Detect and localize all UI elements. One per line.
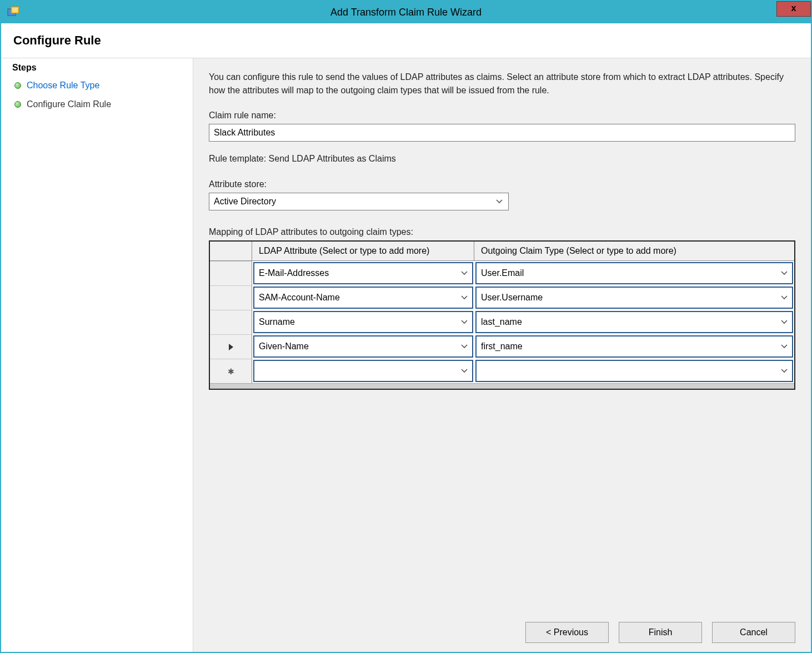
cell-value: SAM-Account-Name bbox=[259, 293, 340, 303]
attribute-store-value: Active Directory bbox=[214, 197, 276, 207]
cell-value: last_name bbox=[481, 317, 522, 327]
mapping-grid: LDAP Attribute (Select or type to add mo… bbox=[209, 240, 795, 390]
row-header[interactable] bbox=[210, 310, 252, 334]
svg-rect-2 bbox=[12, 8, 18, 12]
rule-template-label: Rule template: Send LDAP Attributes as C… bbox=[209, 154, 795, 164]
step-label: Choose Rule Type bbox=[27, 81, 99, 91]
chevron-down-icon bbox=[461, 295, 468, 300]
outgoing-claim-cell[interactable]: last_name bbox=[475, 311, 793, 333]
titlebar: Add Transform Claim Rule Wizard x bbox=[1, 1, 811, 23]
cell-value: User.Username bbox=[481, 293, 543, 303]
cell-value: E-Mail-Addresses bbox=[259, 268, 329, 278]
previous-button[interactable]: < Previous bbox=[525, 622, 609, 643]
outgoing-claim-cell[interactable] bbox=[475, 360, 793, 382]
col-header-ldap: LDAP Attribute (Select or type to add mo… bbox=[252, 242, 474, 260]
step-configure-claim-rule[interactable]: Configure Claim Rule bbox=[1, 95, 193, 114]
page-title: Configure Rule bbox=[13, 33, 799, 48]
new-row-icon: ✱ bbox=[228, 367, 234, 376]
description-text: You can configure this rule to send the … bbox=[209, 71, 795, 97]
ldap-attribute-cell[interactable]: Surname bbox=[253, 311, 473, 333]
main-area: Steps Choose Rule Type Configure Claim R… bbox=[1, 58, 811, 652]
wizard-footer: < Previous Finish Cancel bbox=[209, 609, 795, 643]
cell-value: User.Email bbox=[481, 268, 524, 278]
grid-header-row: LDAP Attribute (Select or type to add mo… bbox=[210, 242, 794, 261]
step-bullet-icon bbox=[14, 82, 21, 89]
ldap-attribute-cell[interactable]: Given-Name bbox=[253, 335, 473, 358]
row-header[interactable] bbox=[210, 334, 252, 359]
grid-row: SAM-Account-Name User.Username bbox=[210, 285, 794, 310]
current-row-icon bbox=[229, 344, 233, 350]
chevron-down-icon bbox=[461, 271, 468, 275]
cell-value: Given-Name bbox=[259, 341, 309, 351]
finish-button[interactable]: Finish bbox=[619, 622, 702, 643]
chevron-down-icon bbox=[781, 344, 788, 349]
outgoing-claim-cell[interactable]: User.Username bbox=[475, 287, 793, 309]
chevron-down-icon bbox=[496, 199, 503, 204]
chevron-down-icon bbox=[781, 295, 788, 300]
row-header[interactable]: ✱ bbox=[210, 359, 252, 383]
grid-row: E-Mail-Addresses User.Email bbox=[210, 261, 794, 285]
row-header[interactable] bbox=[210, 285, 252, 310]
page-header: Configure Rule bbox=[1, 23, 811, 58]
mapping-label: Mapping of LDAP attributes to outgoing c… bbox=[209, 227, 795, 237]
step-choose-rule-type[interactable]: Choose Rule Type bbox=[1, 76, 193, 95]
cell-value: Surname bbox=[259, 317, 295, 327]
step-label: Configure Claim Rule bbox=[27, 99, 111, 109]
col-header-claim: Outgoing Claim Type (Select or type to a… bbox=[474, 242, 794, 260]
steps-heading: Steps bbox=[1, 58, 193, 76]
cell-value: first_name bbox=[481, 341, 523, 351]
ldap-attribute-cell[interactable] bbox=[253, 360, 473, 382]
grid-row: Given-Name first_name bbox=[210, 334, 794, 359]
ldap-attribute-cell[interactable]: SAM-Account-Name bbox=[253, 287, 473, 309]
grid-scrollbar[interactable] bbox=[210, 383, 794, 389]
attribute-store-label: Attribute store: bbox=[209, 179, 795, 189]
claim-rule-name-label: Claim rule name: bbox=[209, 110, 795, 120]
row-header[interactable] bbox=[210, 261, 252, 285]
close-button[interactable]: x bbox=[776, 1, 811, 17]
content-pane: You can configure this rule to send the … bbox=[193, 58, 811, 652]
claim-rule-name-input[interactable] bbox=[209, 124, 795, 142]
app-icon bbox=[7, 6, 20, 19]
grid-corner bbox=[210, 242, 252, 260]
chevron-down-icon bbox=[781, 320, 788, 324]
chevron-down-icon bbox=[781, 271, 788, 275]
wizard-window: Add Transform Claim Rule Wizard x Config… bbox=[0, 0, 812, 653]
chevron-down-icon bbox=[461, 344, 468, 349]
outgoing-claim-cell[interactable]: first_name bbox=[475, 335, 793, 358]
grid-row: Surname last_name bbox=[210, 310, 794, 334]
grid-row: ✱ bbox=[210, 359, 794, 383]
ldap-attribute-cell[interactable]: E-Mail-Addresses bbox=[253, 262, 473, 284]
steps-sidebar: Steps Choose Rule Type Configure Claim R… bbox=[1, 58, 193, 652]
step-bullet-icon bbox=[14, 101, 21, 108]
chevron-down-icon bbox=[781, 369, 788, 373]
chevron-down-icon bbox=[461, 369, 468, 373]
chevron-down-icon bbox=[461, 320, 468, 324]
outgoing-claim-cell[interactable]: User.Email bbox=[475, 262, 793, 284]
attribute-store-select[interactable]: Active Directory bbox=[209, 193, 509, 210]
window-title: Add Transform Claim Rule Wizard bbox=[1, 7, 811, 18]
cancel-button[interactable]: Cancel bbox=[712, 622, 795, 643]
